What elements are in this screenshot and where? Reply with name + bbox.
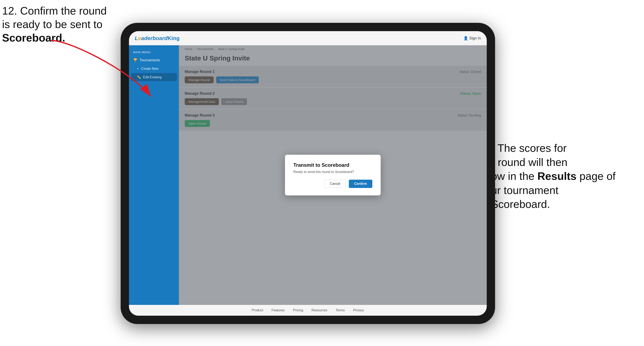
modal-overlay: Transmit to Scoreboard Ready to send thi…	[179, 45, 487, 305]
annotation-right-line4: page of	[580, 170, 616, 182]
modal-title: Transmit to Scoreboard	[293, 162, 372, 168]
modal-actions: Cancel Confirm	[293, 180, 372, 188]
top-nav-right: 👤 Sign In	[464, 36, 481, 40]
top-nav: LeaderboardKing 👤 Sign In	[129, 31, 487, 45]
annotation-right-bold: Results	[538, 170, 576, 182]
edit-icon: ✏️	[137, 75, 141, 79]
transmit-modal: Transmit to Scoreboard Ready to send thi…	[285, 155, 381, 195]
footer-privacy[interactable]: Privacy	[353, 308, 364, 312]
sidebar-create-new-label: Create New	[141, 67, 158, 71]
plus-icon: +	[137, 67, 139, 71]
annotation-line1: 12. Confirm the round	[2, 5, 107, 17]
user-icon: 👤	[464, 36, 468, 40]
logo: LeaderboardKing	[135, 34, 180, 43]
annotation-right: 13. The scores for the round will then s…	[480, 141, 638, 211]
main-area: MAIN MENU 🏆 Tournaments + Create New ✏️ …	[129, 45, 487, 305]
annotation-line2: is ready to be sent to	[2, 18, 102, 30]
footer: Product Features Pricing Resources Terms…	[129, 305, 487, 316]
content-area: Home › Tournaments › State U Spring Invi…	[179, 45, 487, 305]
app-container: LeaderboardKing 👤 Sign In MAIN MENU 🏆	[129, 31, 487, 316]
tablet: LeaderboardKing 👤 Sign In MAIN MENU 🏆	[121, 23, 495, 324]
sidebar-item-tournaments[interactable]: 🏆 Tournaments	[129, 55, 179, 65]
sidebar-edit-existing-label: Edit Existing	[143, 75, 162, 79]
footer-resources[interactable]: Resources	[312, 308, 327, 312]
sign-in-button[interactable]: 👤 Sign In	[464, 36, 481, 40]
footer-features[interactable]: Features	[272, 308, 284, 312]
sidebar-item-edit-existing[interactable]: ✏️ Edit Existing	[131, 73, 177, 81]
cancel-button[interactable]: Cancel	[324, 180, 346, 188]
annotation-line3: Scoreboard.	[2, 32, 65, 44]
sidebar-tournaments-label: Tournaments	[140, 58, 160, 62]
sidebar: MAIN MENU 🏆 Tournaments + Create New ✏️ …	[129, 45, 179, 305]
footer-terms[interactable]: Terms	[336, 308, 345, 312]
tablet-screen: LeaderboardKing 👤 Sign In MAIN MENU 🏆	[129, 31, 487, 316]
logo-text: LeaderboardKing	[135, 35, 180, 41]
sign-in-label: Sign In	[469, 36, 481, 40]
sidebar-menu-label: MAIN MENU	[129, 49, 179, 55]
footer-pricing[interactable]: Pricing	[293, 308, 303, 312]
modal-subtitle: Ready to send this round to Scoreboard?	[293, 170, 372, 174]
sidebar-item-create-new[interactable]: + Create New	[129, 65, 179, 73]
trophy-icon: 🏆	[133, 58, 138, 62]
confirm-button[interactable]: Confirm	[349, 180, 372, 188]
footer-product[interactable]: Product	[252, 308, 263, 312]
